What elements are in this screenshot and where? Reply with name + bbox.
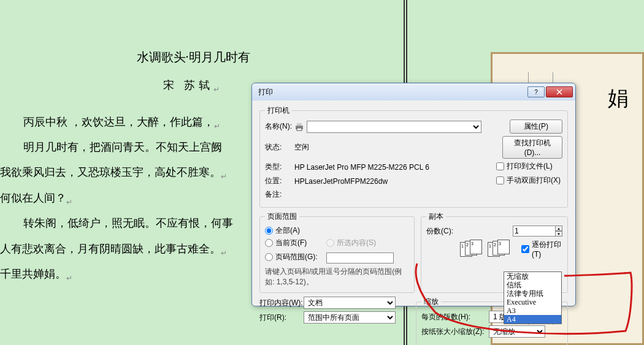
status-label: 状态: (265, 142, 294, 153)
scale-legend: 缩放 (421, 297, 441, 307)
scroll-column: 娟 (605, 72, 630, 325)
page-range-input[interactable] (326, 252, 394, 263)
help-button[interactable]: ? (527, 86, 545, 97)
all-pages-label: 全部(A) (275, 226, 300, 236)
dropdown-item[interactable]: 法律专用纸 (504, 289, 561, 298)
printer-legend: 打印机 (265, 105, 292, 116)
find-printer-button[interactable]: 查找打印机(D)... (502, 136, 562, 159)
page-range-legend: 页面范围 (265, 211, 299, 222)
scale-to-label: 按纸张大小缩放(Z): (421, 327, 489, 337)
copies-label: 份数(C): (426, 226, 462, 237)
location-value: HPLaserJetProMFPM226dw (294, 177, 496, 186)
doc-title: 水调歌头·明月几时有 (0, 49, 386, 66)
printer-icon (294, 123, 304, 131)
location-label: 位置: (265, 176, 294, 186)
properties-button[interactable]: 属性(P) (510, 119, 562, 134)
close-icon (556, 89, 562, 95)
type-value: HP LaserJet Pro MFP M225-M226 PCL 6 (294, 163, 496, 172)
dropdown-item[interactable]: 信纸 (504, 281, 561, 289)
dropdown-item[interactable]: A3 (504, 306, 561, 315)
status-value: 空闲 (294, 142, 502, 153)
copies-legend: 副本 (426, 211, 446, 222)
scale-dropdown-popup: 无缩放 信纸 法律专用纸 Executive A3 A4 (504, 271, 562, 324)
dropdown-item-selected[interactable]: A4 (504, 315, 561, 324)
collate-preview: 123 123 逐份打印(T) (460, 240, 562, 260)
manual-duplex-label: 手动双面打印(X) (507, 175, 561, 186)
svg-rect-2 (297, 128, 302, 131)
printer-name-select[interactable] (307, 121, 481, 133)
svg-rect-1 (297, 123, 302, 126)
type-label: 类型: (265, 162, 294, 172)
close-button[interactable] (546, 86, 573, 97)
selection-radio (326, 239, 334, 247)
name-label: 名称(N): (265, 121, 294, 132)
page-range-radio[interactable] (265, 253, 273, 261)
print-what-label: 打印内容(W): (259, 298, 304, 308)
all-pages-radio[interactable] (265, 227, 273, 235)
dropdown-item[interactable]: Executive (504, 298, 561, 306)
print-sel-select[interactable]: 范围中所有页面 (304, 311, 396, 324)
current-page-label: 当前页(F) (275, 238, 307, 248)
dialog-titlebar[interactable]: 打印 ? (252, 83, 575, 100)
copies-up-button[interactable]: ▲ (555, 226, 562, 231)
copies-input[interactable] (513, 226, 556, 237)
collate-checkbox[interactable] (521, 245, 529, 253)
manual-duplex-checkbox[interactable] (496, 176, 504, 184)
selection-label: 所选内容(S) (337, 238, 376, 248)
pages-per-label: 每页的版数(H): (421, 312, 489, 322)
dropdown-item[interactable]: 无缩放 (504, 272, 561, 281)
page-range-group: 页面范围 全部(A) 当前页(F) 所选内容(S) 页码范围(G): 请键入页码… (259, 211, 415, 293)
current-page-radio[interactable] (265, 239, 273, 247)
print-to-file-checkbox[interactable] (496, 162, 504, 170)
print-to-file-label: 打印到文件(L) (507, 161, 553, 172)
scale-to-select[interactable]: 无缩放 (489, 325, 545, 338)
printer-group: 打印机 名称(N): 属性(P) 状态: 空闲 查找打印机(D)... 类型: … (259, 105, 568, 208)
page-range-hint: 请键入页码和/或用逗号分隔的页码范围(例如: 1,3,5-12)。 (265, 267, 409, 287)
comment-label: 备注: (265, 189, 294, 200)
print-what-select[interactable]: 文档 (304, 297, 396, 309)
dialog-title: 打印 (258, 87, 527, 97)
print-sel-label: 打印(R): (259, 313, 304, 323)
collate-label: 逐份打印(T) (532, 240, 562, 259)
copies-down-button[interactable]: ▼ (555, 231, 562, 237)
page-range-label: 页码范围(G): (275, 252, 318, 262)
